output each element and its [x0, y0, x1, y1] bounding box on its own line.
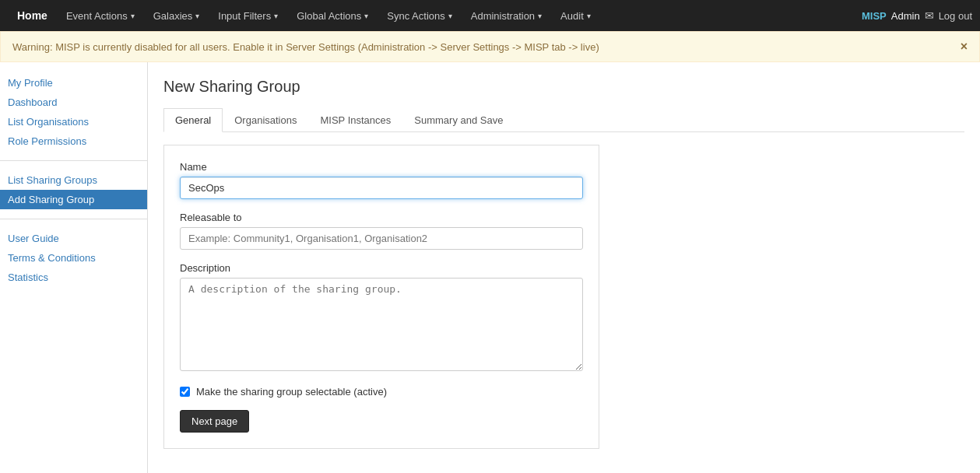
mail-icon[interactable]: ✉ [925, 9, 934, 22]
nav-item-event-actions[interactable]: Event Actions ▾ [57, 0, 144, 31]
sidebar-item-terms-conditions[interactable]: Terms & Conditions [0, 248, 147, 268]
sidebar-section-2: User GuideTerms & ConditionsStatistics [0, 226, 147, 290]
sidebar-item-list-sharing-groups[interactable]: List Sharing Groups [0, 170, 147, 190]
alert-close-button[interactable]: × [961, 40, 968, 54]
tab-summary-save[interactable]: Summary and Save [402, 108, 515, 132]
caret-icon: ▾ [448, 12, 452, 20]
alert-message: Warning: MISP is currently disabled for … [12, 41, 599, 53]
caret-icon: ▾ [274, 12, 278, 20]
nav-item-galaxies[interactable]: Galaxies ▾ [144, 0, 209, 31]
sidebar-section-0: My ProfileDashboardList OrganisationsRol… [0, 70, 147, 154]
logout-link[interactable]: Log out [939, 10, 972, 22]
tab-general[interactable]: General [163, 108, 223, 132]
caret-icon: ▾ [538, 12, 542, 20]
sidebar-item-user-guide[interactable]: User Guide [0, 229, 147, 248]
alert-banner: Warning: MISP is currently disabled for … [0, 31, 980, 62]
releasable-input[interactable] [180, 227, 583, 250]
releasable-group: Releasable to [180, 212, 583, 250]
tabs-container: GeneralOrganisationsMISP InstancesSummar… [163, 108, 964, 132]
sidebar-item-my-profile[interactable]: My Profile [0, 73, 147, 93]
nav-item-global-actions[interactable]: Global Actions ▾ [287, 0, 378, 31]
caret-icon: ▾ [364, 12, 368, 20]
caret-icon: ▾ [587, 12, 591, 20]
sidebar-item-list-organisations[interactable]: List Organisations [0, 112, 147, 131]
sidebar-item-dashboard[interactable]: Dashboard [0, 93, 147, 112]
caret-icon: ▾ [195, 12, 199, 20]
sidebar-section-1: List Sharing GroupsAdd Sharing Group [0, 167, 147, 212]
navbar-items: Event Actions ▾Galaxies ▾Input Filters ▾… [57, 0, 862, 31]
page-title: New Sharing Group [163, 78, 964, 96]
description-group: Description [180, 262, 583, 373]
navbar-right: MISP Admin ✉ Log out [862, 9, 972, 22]
caret-icon: ▾ [131, 12, 135, 20]
tab-organisations[interactable]: Organisations [223, 108, 308, 132]
sidebar-item-statistics[interactable]: Statistics [0, 268, 147, 287]
name-group: Name [180, 161, 583, 199]
sidebar: My ProfileDashboardList OrganisationsRol… [0, 62, 148, 473]
description-label: Description [180, 262, 583, 274]
form-container: Name Releasable to Description Make the … [163, 145, 599, 449]
navbar-brand[interactable]: Home [8, 9, 57, 22]
nav-item-administration[interactable]: Administration ▾ [462, 0, 551, 31]
active-checkbox[interactable] [180, 387, 190, 397]
nav-item-input-filters[interactable]: Input Filters ▾ [209, 0, 287, 31]
admin-label: Admin [891, 10, 920, 22]
sidebar-item-role-permissions[interactable]: Role Permissions [0, 131, 147, 151]
tab-misp-instances[interactable]: MISP Instances [308, 108, 402, 132]
next-page-button[interactable]: Next page [180, 410, 249, 433]
name-label: Name [180, 161, 583, 173]
sidebar-divider [0, 160, 147, 161]
nav-item-sync-actions[interactable]: Sync Actions ▾ [378, 0, 461, 31]
sidebar-divider [0, 219, 147, 219]
main-content: New Sharing Group GeneralOrganisationsMI… [148, 62, 980, 473]
nav-item-audit[interactable]: Audit ▾ [551, 0, 600, 31]
navbar: Home Event Actions ▾Galaxies ▾Input Filt… [0, 0, 980, 31]
misp-link[interactable]: MISP [862, 10, 887, 22]
layout: My ProfileDashboardList OrganisationsRol… [0, 62, 980, 473]
sidebar-item-add-sharing-group[interactable]: Add Sharing Group [0, 190, 147, 209]
checkbox-row: Make the sharing group selectable (activ… [180, 386, 583, 398]
description-textarea[interactable] [180, 278, 583, 371]
checkbox-label: Make the sharing group selectable (activ… [196, 386, 387, 398]
releasable-label: Releasable to [180, 212, 583, 223]
name-input[interactable] [180, 177, 583, 199]
